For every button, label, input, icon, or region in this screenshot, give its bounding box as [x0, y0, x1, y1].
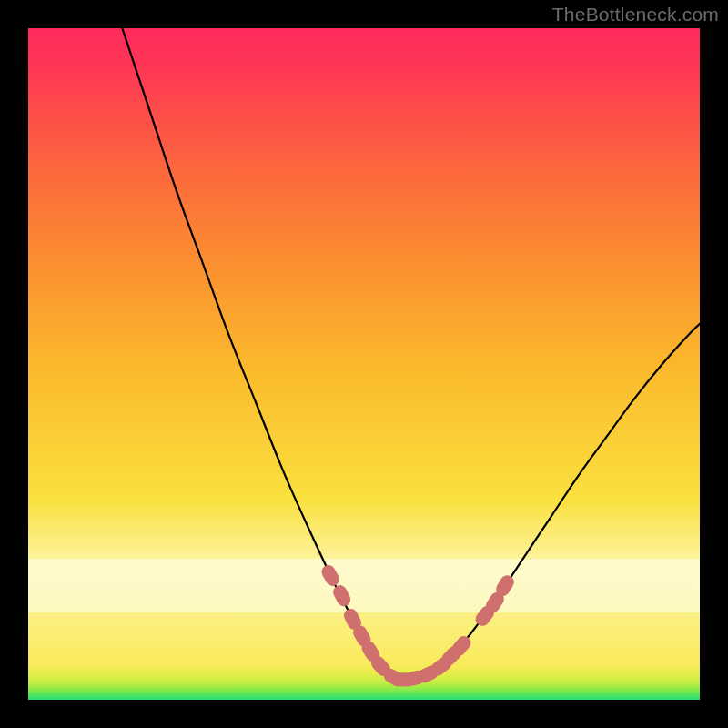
outer-frame: TheBottleneck.com [0, 0, 728, 728]
svg-rect-0 [28, 559, 700, 612]
pale-band [28, 559, 700, 612]
watermark-text: TheBottleneck.com [552, 4, 719, 25]
chart-svg [28, 28, 700, 700]
plot-area [28, 28, 700, 700]
